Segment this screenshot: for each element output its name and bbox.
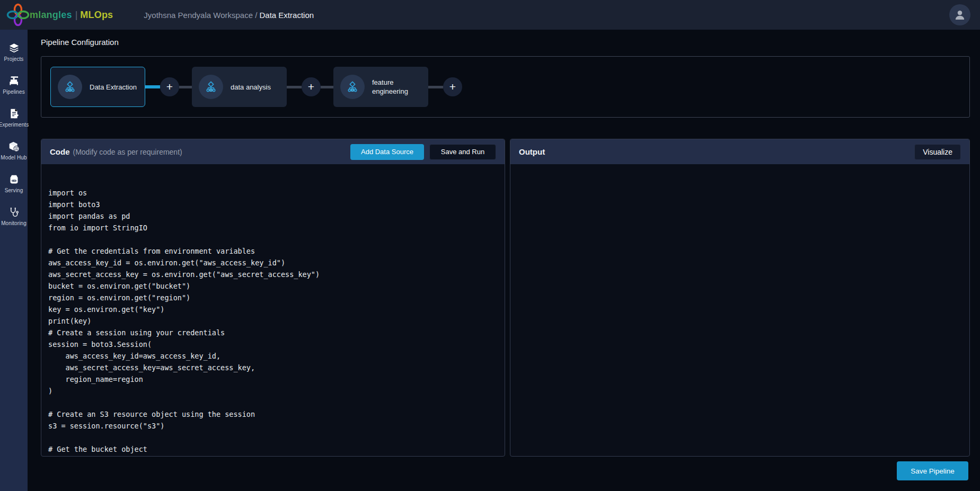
layers-icon	[8, 42, 20, 53]
stage-card-data-extraction[interactable]: Data Extraction	[50, 67, 145, 107]
logo-divider: |	[75, 10, 78, 21]
mlangles-logo-icon	[6, 2, 30, 28]
document-edit-icon: "	[8, 108, 20, 119]
workflow-icon	[204, 80, 218, 94]
code-panel-subtitle: (Modify code as per requirement)	[73, 148, 182, 156]
breadcrumb-current: Data Extraction	[260, 11, 314, 20]
stethoscope-icon	[8, 207, 20, 218]
breadcrumb: Jyothsna Pendyala Workspace / Data Extra…	[144, 11, 314, 20]
sidebar-item-label: Monitoring	[1, 220, 27, 226]
output-panel-title: Output	[519, 147, 545, 156]
add-stage-button[interactable]: +	[160, 77, 179, 96]
stage-icon-circle	[340, 75, 365, 99]
add-stage-button[interactable]: +	[443, 77, 462, 96]
pipeline-stage-strip: Data Extraction + data analysis	[41, 56, 970, 118]
brand-name: mlangles	[30, 10, 72, 21]
breadcrumb-workspace[interactable]: Jyothsna Pendyala Workspace	[144, 11, 253, 20]
sidebar-item-label: Serving	[5, 188, 23, 193]
code-panel-title: Code	[50, 147, 70, 156]
output-panel-header: Output Visualize	[510, 139, 969, 164]
stage-icon-circle	[58, 75, 82, 99]
output-panel: Output Visualize	[510, 139, 970, 457]
cube-globe-icon	[8, 141, 20, 152]
stage-connector	[179, 86, 192, 88]
code-text[interactable]: import os import boto3 import pandas as …	[48, 187, 497, 455]
sidebar-item-experiments[interactable]: " Experiments	[0, 106, 28, 130]
stage-label: Data Extraction	[90, 83, 139, 92]
save-and-run-button[interactable]: Save and Run	[429, 144, 496, 160]
sidebar-item-label: Experiments	[0, 122, 29, 128]
add-data-source-button[interactable]: Add Data Source	[350, 144, 424, 160]
save-pipeline-button[interactable]: Save Pipeline	[897, 461, 968, 480]
sidebar-item-label: Model Hub	[1, 155, 27, 160]
app-header: mlangles | MLOps Jyothsna Pendyala Works…	[0, 0, 980, 30]
breadcrumb-separator: /	[255, 11, 257, 20]
stage-connector	[321, 86, 333, 88]
stage-connector	[287, 86, 302, 88]
stage-card-feature-engineering[interactable]: feature engineering	[333, 67, 428, 107]
sidebar-item-projects[interactable]: Projects	[0, 40, 28, 64]
stage-label: data analysis	[231, 83, 280, 92]
page-title: Pipeline Configuration	[41, 38, 119, 47]
sidebar-item-serving[interactable]: Serving	[0, 172, 28, 195]
server-icon	[8, 174, 20, 185]
code-panel-header: Code (Modify code as per requirement) Ad…	[41, 139, 505, 164]
stage-connector	[428, 86, 443, 88]
stage-label: feature engineering	[372, 78, 422, 96]
stage-card-data-analysis[interactable]: data analysis	[192, 67, 287, 107]
stage-icon-circle	[199, 75, 223, 99]
sidebar-item-label: Pipelines	[3, 89, 24, 95]
workflow-icon	[346, 80, 359, 94]
visualize-button[interactable]: Visualize	[914, 144, 961, 160]
sidebar-item-model-hub[interactable]: Model Hub	[0, 139, 28, 163]
product-name: MLOps	[80, 10, 113, 21]
code-editor[interactable]: import os import boto3 import pandas as …	[41, 164, 505, 455]
add-stage-button[interactable]: +	[302, 77, 321, 96]
main-content: Pipeline Configuration Data Extraction	[28, 30, 980, 491]
stage-connector	[145, 85, 160, 88]
user-avatar[interactable]	[949, 4, 970, 25]
app-logo[interactable]: mlangles | MLOps	[6, 2, 113, 28]
valve-icon	[8, 75, 20, 86]
person-icon	[953, 8, 967, 22]
workflow-icon	[63, 80, 77, 94]
sidebar-item-pipelines[interactable]: Pipelines	[0, 73, 28, 97]
code-panel: Code (Modify code as per requirement) Ad…	[41, 139, 505, 457]
sidebar-item-label: Projects	[4, 56, 24, 62]
sidebar-item-monitoring[interactable]: Monitoring	[0, 204, 28, 228]
sidebar-nav: Projects Pipelines " Experiments Model H…	[0, 30, 28, 491]
